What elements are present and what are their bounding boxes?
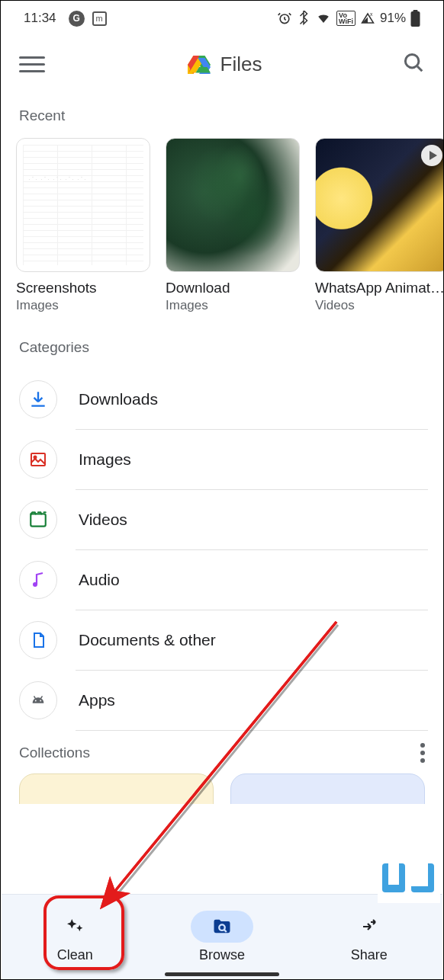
recent-thumb: [166, 138, 300, 272]
category-label: Downloads: [79, 390, 158, 408]
files-logo-icon: [185, 53, 213, 75]
category-label: Videos: [79, 511, 127, 529]
category-label: Documents & other: [79, 631, 216, 649]
status-m-icon: m: [92, 11, 107, 26]
nav-browse[interactable]: Browse: [149, 911, 296, 963]
collections-header: Collections: [1, 731, 443, 773]
recent-card-download[interactable]: Download Images: [166, 138, 300, 313]
svg-point-8: [405, 54, 419, 68]
recent-card-subtitle: Images: [166, 298, 300, 313]
recent-card-subtitle: Images: [16, 298, 150, 313]
bottom-nav: Clean Browse Share: [2, 894, 442, 979]
svg-text:x: x: [370, 11, 373, 17]
watermark-icon: [378, 856, 440, 903]
recent-row[interactable]: Screenshots Images Download Images Whats…: [1, 138, 443, 313]
recent-label: Recent: [1, 85, 443, 138]
svg-point-14: [35, 700, 37, 702]
share-icon: [338, 911, 401, 943]
svg-point-15: [40, 700, 41, 702]
collections-label: Collections: [19, 745, 90, 761]
category-downloads[interactable]: Downloads: [16, 370, 428, 429]
more-button[interactable]: [420, 743, 425, 763]
folder-search-icon: [191, 911, 253, 943]
categories-label: Categories: [1, 313, 443, 370]
wifi-icon: [315, 11, 332, 25]
bluetooth-icon: [297, 11, 310, 26]
gesture-bar: [165, 972, 279, 976]
svg-rect-2: [411, 11, 420, 27]
status-left: 11:34 G m: [24, 11, 107, 27]
category-apps[interactable]: Apps: [16, 671, 428, 730]
nav-label: Share: [351, 947, 388, 963]
category-label: Audio: [79, 571, 120, 589]
status-right: Vo WiFi x 91%: [277, 10, 420, 27]
recent-card-subtitle: Videos: [315, 298, 443, 313]
audio-icon: [19, 561, 57, 599]
alarm-icon: [277, 11, 292, 26]
svg-rect-12: [31, 514, 46, 526]
svg-rect-3: [413, 10, 418, 12]
category-label: Images: [79, 450, 131, 469]
nav-label: Browse: [199, 947, 245, 963]
collection-card[interactable]: [230, 773, 425, 804]
recent-card-whatsapp[interactable]: WhatsApp Animated… Videos: [315, 138, 443, 313]
svg-point-13: [33, 582, 37, 587]
nav-label: Clean: [57, 947, 93, 963]
status-g-icon: G: [69, 11, 85, 27]
nav-share[interactable]: Share: [295, 911, 442, 963]
play-icon: [421, 145, 442, 166]
svg-line-17: [41, 697, 43, 699]
category-videos[interactable]: Videos: [16, 490, 428, 549]
menu-button[interactable]: [19, 56, 45, 72]
categories-list: Downloads Images Videos Audio Documents …: [1, 370, 443, 731]
recent-card-screenshots[interactable]: Screenshots Images: [16, 138, 150, 313]
status-bar: 11:34 G m Vo WiFi x 91%: [1, 1, 443, 33]
category-images[interactable]: Images: [16, 430, 428, 489]
nav-clean[interactable]: Clean: [2, 911, 149, 963]
category-audio[interactable]: Audio: [16, 550, 428, 610]
svg-line-16: [34, 697, 36, 699]
app-title: Files: [185, 53, 262, 76]
app-title-text: Files: [220, 53, 262, 76]
android-icon: [19, 681, 57, 719]
download-icon: [19, 380, 57, 418]
recent-thumb: [16, 138, 150, 272]
svg-rect-26: [411, 863, 428, 886]
recent-card-title: Screenshots: [16, 280, 150, 296]
document-icon: [19, 621, 57, 659]
recent-card-title: WhatsApp Animated…: [315, 280, 443, 296]
recent-card-title: Download: [166, 280, 300, 296]
collection-card[interactable]: [19, 773, 214, 804]
collections-cards: [1, 773, 443, 804]
status-time: 11:34: [24, 11, 56, 26]
svg-rect-24: [388, 863, 399, 885]
volte-icon: Vo WiFi: [336, 11, 356, 26]
signal-icon: x: [360, 11, 375, 25]
svg-line-9: [417, 66, 422, 71]
recent-thumb: [315, 138, 443, 272]
battery-icon: [410, 10, 420, 27]
search-button[interactable]: [402, 51, 425, 77]
category-label: Apps: [79, 691, 115, 709]
image-icon: [19, 440, 57, 479]
category-documents[interactable]: Documents & other: [16, 610, 428, 670]
battery-percent: 91%: [380, 11, 406, 26]
sparkle-icon: [43, 911, 106, 943]
video-icon: [19, 501, 57, 539]
svg-point-11: [34, 456, 37, 459]
toolbar: Files: [1, 33, 443, 85]
